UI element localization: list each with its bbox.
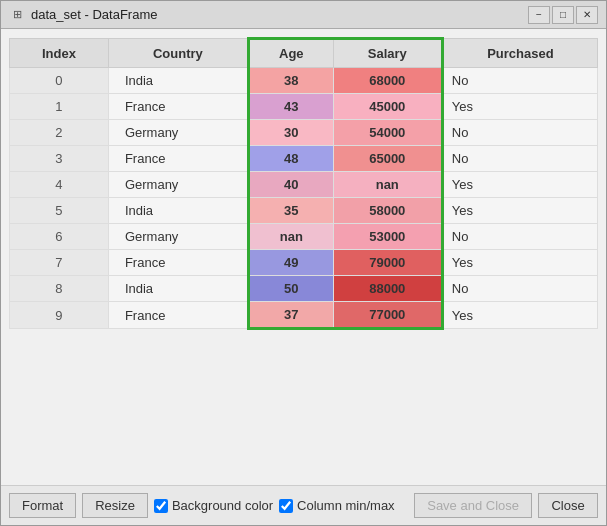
cell-purchased: No (442, 224, 597, 250)
bg-color-checkbox[interactable] (154, 499, 168, 513)
cell-index: 0 (10, 68, 109, 94)
cell-country: Germany (108, 224, 248, 250)
cell-age: 43 (248, 94, 333, 120)
header-purchased: Purchased (442, 39, 597, 68)
resize-button[interactable]: Resize (82, 493, 148, 518)
cell-salary: 54000 (333, 120, 442, 146)
table-row: 8India5088000No (10, 276, 598, 302)
table-row: 6Germanynan53000No (10, 224, 598, 250)
bg-color-checkbox-label[interactable]: Background color (154, 498, 273, 513)
cell-age: 49 (248, 250, 333, 276)
table-row: 4Germany40nanYes (10, 172, 598, 198)
cell-purchased: No (442, 68, 597, 94)
cell-index: 1 (10, 94, 109, 120)
table-row: 9France3777000Yes (10, 302, 598, 329)
cell-salary: 65000 (333, 146, 442, 172)
cell-country: France (108, 94, 248, 120)
cell-age: 48 (248, 146, 333, 172)
title-bar-left: ⊞ data_set - DataFrame (9, 7, 157, 23)
cell-purchased: Yes (442, 198, 597, 224)
header-age: Age (248, 39, 333, 68)
cell-salary: 77000 (333, 302, 442, 329)
title-bar: ⊞ data_set - DataFrame − □ ✕ (1, 1, 606, 29)
cell-salary: 58000 (333, 198, 442, 224)
cell-purchased: No (442, 120, 597, 146)
col-minmax-label: Column min/max (297, 498, 395, 513)
cell-index: 4 (10, 172, 109, 198)
table-row: 0India3868000No (10, 68, 598, 94)
cell-age: 40 (248, 172, 333, 198)
content-area: Index Country Age Salary Purchased 0Indi… (1, 29, 606, 485)
footer: Format Resize Background color Column mi… (1, 485, 606, 525)
cell-country: France (108, 250, 248, 276)
cell-age: 30 (248, 120, 333, 146)
cell-index: 9 (10, 302, 109, 329)
cell-purchased: Yes (442, 94, 597, 120)
header-salary: Salary (333, 39, 442, 68)
format-button[interactable]: Format (9, 493, 76, 518)
cell-age: nan (248, 224, 333, 250)
title-bar-controls: − □ ✕ (528, 6, 598, 24)
table-row: 7France4979000Yes (10, 250, 598, 276)
cell-purchased: Yes (442, 250, 597, 276)
cell-salary: 68000 (333, 68, 442, 94)
app-icon: ⊞ (9, 7, 25, 23)
cell-country: India (108, 198, 248, 224)
table-row: 3France4865000No (10, 146, 598, 172)
table-header-row: Index Country Age Salary Purchased (10, 39, 598, 68)
save-close-button[interactable]: Save and Close (414, 493, 532, 518)
cell-country: France (108, 146, 248, 172)
cell-index: 6 (10, 224, 109, 250)
dataframe-table: Index Country Age Salary Purchased 0Indi… (9, 37, 598, 330)
cell-purchased: No (442, 276, 597, 302)
cell-country: India (108, 68, 248, 94)
cell-index: 3 (10, 146, 109, 172)
cell-age: 38 (248, 68, 333, 94)
cell-salary: 45000 (333, 94, 442, 120)
col-minmax-checkbox-label[interactable]: Column min/max (279, 498, 395, 513)
header-country: Country (108, 39, 248, 68)
window-title: data_set - DataFrame (31, 7, 157, 22)
header-index: Index (10, 39, 109, 68)
table-container[interactable]: Index Country Age Salary Purchased 0Indi… (9, 37, 598, 477)
cell-salary: nan (333, 172, 442, 198)
cell-index: 7 (10, 250, 109, 276)
cell-age: 35 (248, 198, 333, 224)
bg-color-label: Background color (172, 498, 273, 513)
maximize-button[interactable]: □ (552, 6, 574, 24)
cell-salary: 79000 (333, 250, 442, 276)
cell-country: France (108, 302, 248, 329)
close-button[interactable]: Close (538, 493, 598, 518)
table-row: 5India3558000Yes (10, 198, 598, 224)
cell-salary: 88000 (333, 276, 442, 302)
cell-index: 2 (10, 120, 109, 146)
window-close-button[interactable]: ✕ (576, 6, 598, 24)
col-minmax-checkbox[interactable] (279, 499, 293, 513)
cell-purchased: Yes (442, 172, 597, 198)
cell-age: 50 (248, 276, 333, 302)
cell-age: 37 (248, 302, 333, 329)
cell-country: Germany (108, 172, 248, 198)
cell-index: 5 (10, 198, 109, 224)
table-row: 1France4345000Yes (10, 94, 598, 120)
cell-country: India (108, 276, 248, 302)
cell-purchased: Yes (442, 302, 597, 329)
cell-index: 8 (10, 276, 109, 302)
minimize-button[interactable]: − (528, 6, 550, 24)
table-row: 2Germany3054000No (10, 120, 598, 146)
cell-salary: 53000 (333, 224, 442, 250)
cell-country: Germany (108, 120, 248, 146)
main-window: ⊞ data_set - DataFrame − □ ✕ Index Count… (0, 0, 607, 526)
cell-purchased: No (442, 146, 597, 172)
